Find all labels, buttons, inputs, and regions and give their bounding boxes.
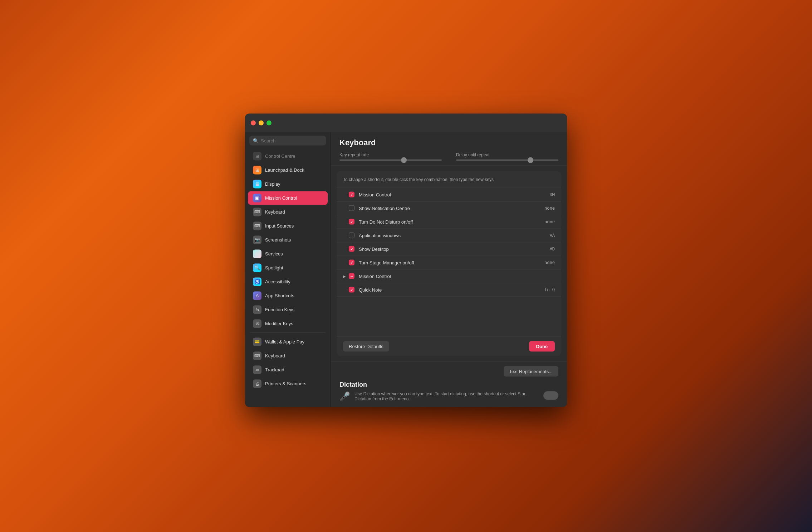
shortcut-checkbox-desktop[interactable] xyxy=(349,246,354,252)
sidebar-item-mission-control[interactable]: ▣ Mission Control xyxy=(248,191,328,205)
shortcut-row-desktop[interactable]: Show Desktop ⌘D xyxy=(337,242,561,256)
shortcut-key: ⌘M xyxy=(550,192,555,197)
function-keys-icon: fn xyxy=(253,305,261,314)
shortcut-name: Turn Stage Manager on/off xyxy=(359,260,544,265)
sidebar-item-label: Display xyxy=(265,181,280,187)
sidebar-item-trackpad[interactable]: ▭ Trackpad xyxy=(248,363,328,376)
content-bottom: Text Replacements... xyxy=(331,361,567,381)
shortcut-key: ⌘D xyxy=(550,247,555,252)
sidebar-item-app-shortcuts[interactable]: A App Shortcuts xyxy=(248,289,328,302)
shortcut-name: Show Desktop xyxy=(359,246,550,252)
key-repeat-thumb[interactable] xyxy=(401,157,407,163)
sidebar-item-label: Trackpad xyxy=(265,367,284,372)
dictation-description: 🎤 Use Dictation wherever you can type te… xyxy=(339,391,558,401)
shortcut-checkbox-quicknote[interactable] xyxy=(349,287,354,293)
sidebar-item-display[interactable]: 🖥 Display xyxy=(248,177,328,191)
screenshots-icon: 📷 xyxy=(253,235,261,244)
sidebar-item-accessibility[interactable]: ♿ Accessibility xyxy=(248,275,328,288)
shortcut-row-mission-control-expand[interactable]: ▶ Mission Control xyxy=(337,269,561,283)
sidebar-item-label: Mission Control xyxy=(265,195,297,201)
launchpad-icon: ⊞ xyxy=(253,166,261,174)
close-button[interactable] xyxy=(251,120,256,125)
sidebar-item-screenshots[interactable]: 📷 Screenshots xyxy=(248,233,328,247)
shortcut-name: Show Notification Centre xyxy=(359,205,544,211)
titlebar xyxy=(245,113,567,132)
sidebar-item-wallet[interactable]: 💳 Wallet & Apple Pay xyxy=(248,335,328,348)
sidebar-item-label: Services xyxy=(265,251,283,257)
done-button[interactable]: Done xyxy=(529,341,555,351)
spotlight-icon: 🔍 xyxy=(253,263,261,272)
shortcut-checkbox-notification[interactable] xyxy=(349,205,354,211)
dictation-section: Dictation 🎤 Use Dictation wherever you c… xyxy=(331,381,567,407)
sidebar-item-label: Wallet & Apple Pay xyxy=(265,339,304,345)
sidebar-item-spotlight[interactable]: 🔍 Spotlight xyxy=(248,261,328,274)
shortcut-name: Mission Control xyxy=(359,273,555,279)
control-centre-icon: ⊞ xyxy=(253,152,261,160)
keyboard2-icon: ⌨ xyxy=(253,351,261,360)
maximize-button[interactable] xyxy=(266,120,272,125)
delay-repeat-track[interactable] xyxy=(456,159,558,161)
mission-control-icon: ▣ xyxy=(253,194,261,202)
accessibility-icon: ♿ xyxy=(253,277,261,286)
shortcut-key: none xyxy=(544,206,555,211)
printers-icon: 🖨 xyxy=(253,379,261,388)
sidebar-item-keyboard[interactable]: ⌨ Keyboard xyxy=(248,205,328,219)
sidebar-item-launchpad-dock[interactable]: ⊞ Launchpad & Dock xyxy=(248,163,328,177)
sidebar-item-label: Spotlight xyxy=(265,265,283,270)
shortcut-name: Turn Do Not Disturb on/off xyxy=(359,219,544,224)
expand-chevron-icon[interactable]: ▶ xyxy=(343,274,349,278)
search-input[interactable] xyxy=(261,138,323,143)
shortcut-row-appwindows[interactable]: Application windows ⌘A xyxy=(337,229,561,242)
shortcuts-footer: Restore Defaults Done xyxy=(337,336,561,356)
key-repeat-track[interactable] xyxy=(339,159,442,161)
sidebar-item-label: Launchpad & Dock xyxy=(265,167,304,173)
sidebar-item-label: Modifier Keys xyxy=(265,321,293,326)
shortcut-row-stagemanager[interactable]: Turn Stage Manager on/off none xyxy=(337,256,561,269)
slider-section: Key repeat rate Delay until repeat xyxy=(339,152,558,161)
delay-repeat-slider-group: Delay until repeat xyxy=(456,152,558,161)
shortcut-row-quicknote[interactable]: Quick Note fn Q xyxy=(337,283,561,297)
minimize-button[interactable] xyxy=(259,120,264,125)
sidebar-item-modifier-keys[interactable]: ⌘ Modifier Keys xyxy=(248,317,328,330)
shortcut-checkbox-stagemanager[interactable] xyxy=(349,260,354,265)
sidebar-item-label: Keyboard xyxy=(265,353,285,358)
sidebar-item-control-centre[interactable]: ⊞ Control Centre xyxy=(248,149,328,163)
settings-window: 🔍 ⊞ Control Centre ⊞ Launchpad & Dock 🖥 … xyxy=(245,113,567,407)
trackpad-icon: ▭ xyxy=(253,365,261,374)
traffic-lights xyxy=(251,120,272,125)
sidebar-item-input-sources[interactable]: ⌨ Input Sources xyxy=(248,219,328,233)
sidebar-item-label: Control Centre xyxy=(265,153,295,159)
shortcut-row-dnd[interactable]: Turn Do Not Disturb on/off none xyxy=(337,215,561,229)
sidebar-item-services[interactable]: ⚙ Services xyxy=(248,247,328,260)
sidebar-item-keyboard2[interactable]: ⌨ Keyboard xyxy=(248,349,328,362)
dictation-title: Dictation xyxy=(339,381,558,388)
input-sources-icon: ⌨ xyxy=(253,221,261,230)
shortcut-checkbox-mission-control[interactable] xyxy=(349,192,354,197)
text-replacements-button[interactable]: Text Replacements... xyxy=(504,366,558,376)
sidebar: 🔍 ⊞ Control Centre ⊞ Launchpad & Dock 🖥 … xyxy=(245,132,331,407)
display-icon: 🖥 xyxy=(253,180,261,188)
dictation-toggle[interactable] xyxy=(543,391,558,400)
shortcut-key: none xyxy=(544,260,555,265)
sidebar-item-printers[interactable]: 🖨 Printers & Scanners xyxy=(248,377,328,390)
shortcut-key: none xyxy=(544,219,555,224)
shortcut-row-notification[interactable]: Show Notification Centre none xyxy=(337,201,561,215)
sidebar-scroll: ⊞ Control Centre ⊞ Launchpad & Dock 🖥 Di… xyxy=(245,149,331,407)
shortcut-name: Mission Control xyxy=(359,192,550,197)
shortcuts-hint: To change a shortcut, double-click the k… xyxy=(337,171,561,188)
shortcut-row-mission-control[interactable]: Mission Control ⌘M xyxy=(337,188,561,201)
sidebar-divider xyxy=(250,332,326,333)
microphone-icon: 🎤 xyxy=(339,391,350,401)
search-box[interactable]: 🔍 xyxy=(249,136,326,145)
sidebar-item-function-keys[interactable]: fn Function Keys xyxy=(248,303,328,316)
delay-repeat-thumb[interactable] xyxy=(528,157,533,163)
shortcut-checkbox-dnd[interactable] xyxy=(349,219,354,225)
main-layout: 🔍 ⊞ Control Centre ⊞ Launchpad & Dock 🖥 … xyxy=(245,132,567,407)
shortcut-key: fn Q xyxy=(544,287,555,292)
shortcut-checkbox-appwindows[interactable] xyxy=(349,233,354,238)
page-title: Keyboard xyxy=(339,138,558,147)
shortcut-name: Application windows xyxy=(359,233,550,238)
delay-repeat-label: Delay until repeat xyxy=(456,152,558,157)
shortcut-checkbox-mission-minus[interactable] xyxy=(349,273,354,279)
restore-defaults-button[interactable]: Restore Defaults xyxy=(343,341,389,351)
